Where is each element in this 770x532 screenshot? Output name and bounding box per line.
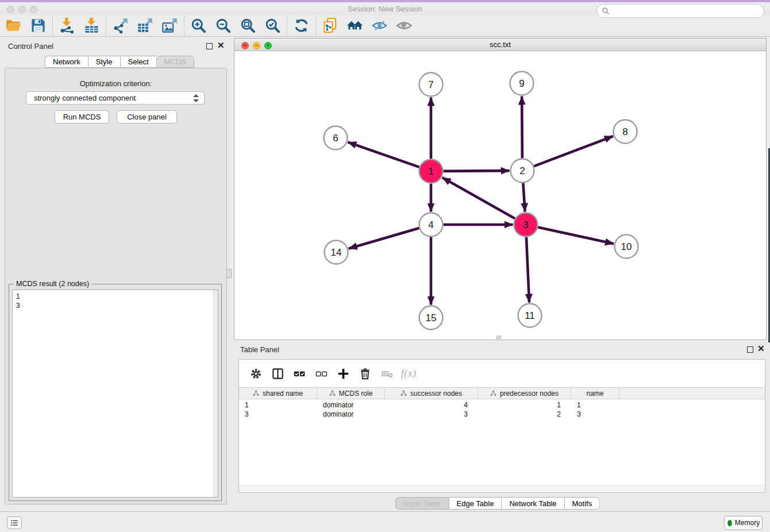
export-network-button[interactable] (108, 16, 133, 36)
node-2[interactable]: 2 (511, 159, 534, 183)
tab-network[interactable]: Network (45, 56, 88, 68)
result-scrollbar[interactable] (213, 290, 218, 497)
table-row[interactable]: 1dominator411 (239, 400, 765, 410)
edge-2-9[interactable] (522, 96, 522, 158)
import-table-icon (83, 17, 100, 34)
first-neighbors-button[interactable] (342, 16, 367, 36)
mcds-panel: Optimization criterion: strongly connect… (5, 68, 227, 504)
vertical-splitter-handle[interactable] (226, 269, 232, 278)
tab-mcds[interactable]: MCDS (156, 56, 194, 68)
node-14[interactable]: 14 (325, 241, 348, 264)
tab-node-table[interactable]: Node Table (395, 497, 449, 510)
node-7[interactable]: 7 (419, 73, 443, 97)
open-file-button[interactable] (1, 16, 26, 36)
table-cell[interactable]: 4 (385, 400, 478, 410)
search-icon (602, 7, 610, 16)
node-label: 14 (331, 247, 342, 258)
zoom-selected-button[interactable] (260, 16, 285, 36)
table-cell[interactable]: dominator (317, 400, 385, 410)
mcds-result-area[interactable]: 13 (12, 290, 218, 498)
column-header-shared-name[interactable]: shared name (239, 388, 317, 399)
search-input[interactable] (613, 7, 759, 15)
mcds-result-line: 3 (16, 301, 214, 310)
criterion-select[interactable]: strongly connected component (26, 91, 205, 105)
edge-1-6[interactable] (348, 142, 419, 167)
search-box[interactable] (596, 4, 764, 18)
zoom-out-button[interactable] (211, 16, 236, 36)
node-9[interactable]: 9 (510, 72, 534, 95)
flatten-hierarchy-icon (329, 390, 336, 396)
function-builder-button: f(x) (398, 365, 419, 382)
export-table-button[interactable] (133, 16, 157, 36)
show-all-button[interactable] (392, 16, 417, 36)
table-cell[interactable]: dominator (317, 410, 385, 419)
node-15[interactable]: 15 (419, 306, 443, 330)
node-1[interactable]: 1 (419, 160, 443, 183)
zoom-fit-button[interactable] (236, 16, 260, 36)
memory-button[interactable]: Memory (724, 516, 763, 530)
table-panel-close-icon[interactable]: ✕ (757, 344, 765, 354)
node-4[interactable]: 4 (419, 213, 443, 237)
node-8[interactable]: 8 (614, 120, 637, 144)
tab-select[interactable]: Select (120, 56, 156, 68)
table-cell[interactable]: 2 (478, 410, 571, 419)
refresh-view-button[interactable] (289, 16, 314, 36)
edge-1-2[interactable] (443, 171, 509, 171)
edge-2-3[interactable] (523, 183, 525, 211)
column-visibility-button[interactable] (267, 365, 288, 382)
tab-motifs[interactable]: Motifs (564, 497, 600, 510)
table-row[interactable]: 3dominator323 (239, 410, 765, 419)
export-image-button[interactable] (157, 16, 182, 36)
show-all-icon (396, 17, 413, 34)
edge-2-8[interactable] (534, 136, 613, 166)
delete-column-button[interactable] (354, 365, 376, 382)
network-window-titlebar: × − + scc.txt (234, 38, 766, 51)
duplicate-network-button[interactable] (318, 16, 342, 36)
control-panel-float-icon[interactable] (206, 43, 213, 49)
select-all-rows-button[interactable] (288, 365, 310, 382)
node-label: 11 (525, 310, 535, 321)
toolbar-separator (106, 16, 106, 36)
node-3[interactable]: 3 (514, 213, 538, 237)
import-network-button[interactable] (55, 16, 79, 36)
select-all-rows-icon (293, 367, 306, 380)
add-column-button[interactable] (332, 365, 354, 382)
save-session-button[interactable] (26, 16, 51, 36)
edge-4-14[interactable] (349, 228, 419, 249)
close-panel-button[interactable]: Close panel (117, 110, 177, 124)
node-10[interactable]: 10 (615, 235, 638, 259)
edge-3-10[interactable] (538, 228, 614, 244)
tab-style[interactable]: Style (88, 56, 120, 68)
table-cell[interactable]: 3 (571, 410, 619, 419)
edge-3-1[interactable] (442, 178, 515, 218)
run-mcds-button[interactable]: Run MCDS (55, 110, 109, 124)
column-header-predecessor-nodes[interactable]: predecessor nodes (478, 388, 571, 399)
node-11[interactable]: 11 (518, 304, 542, 327)
control-panel-close-icon[interactable]: ✕ (217, 40, 225, 51)
edge-3-11[interactable] (526, 237, 529, 302)
column-header-successor-nodes[interactable]: successor nodes (385, 388, 478, 399)
table-cell[interactable]: 1 (239, 400, 317, 410)
table-panel-float-icon[interactable] (747, 346, 753, 353)
table-settings-gear-button[interactable] (245, 365, 267, 382)
mcds-result-box: MCDS result (2 nodes) 13 (9, 284, 222, 501)
delete-table-button (376, 365, 398, 382)
network-canvas[interactable]: 7968124314101511 (234, 51, 766, 340)
table-cell[interactable]: 3 (239, 410, 317, 419)
table-horizontal-scrollbar[interactable] (239, 485, 765, 492)
table-cell[interactable]: 1 (571, 400, 619, 410)
deselect-all-rows-button[interactable] (310, 365, 332, 382)
tab-network-table[interactable]: Network Table (501, 497, 564, 510)
task-history-button[interactable] (7, 516, 22, 529)
tab-edge-table[interactable]: Edge Table (449, 497, 502, 510)
node-6[interactable]: 6 (324, 126, 348, 150)
import-table-button[interactable] (79, 16, 104, 36)
zoom-in-button[interactable] (186, 16, 211, 36)
horizontal-splitter-handle[interactable] (496, 336, 501, 339)
node-label: 3 (523, 219, 528, 230)
column-header-name[interactable]: name (571, 388, 619, 399)
table-cell[interactable]: 1 (478, 400, 571, 410)
column-header-MCDS-role[interactable]: MCDS role (317, 388, 385, 399)
table-cell[interactable]: 3 (385, 410, 478, 419)
hide-selected-button[interactable] (367, 16, 392, 36)
